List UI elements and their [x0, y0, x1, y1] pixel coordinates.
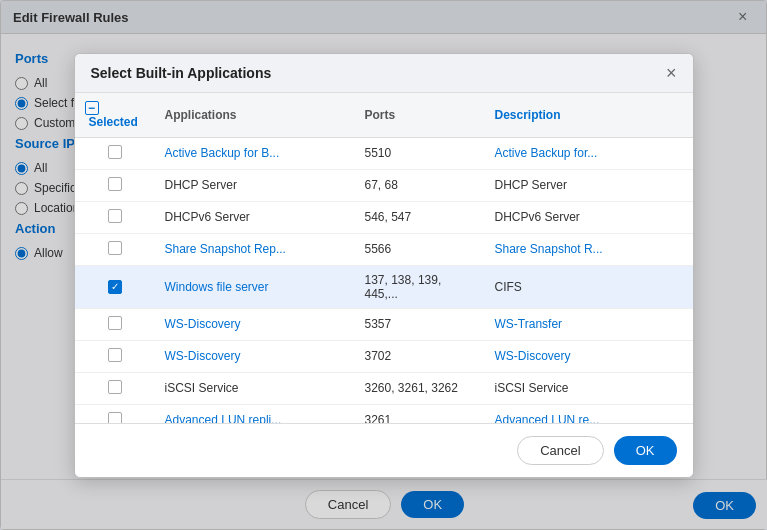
row-ports-0: 5510	[355, 137, 485, 169]
row-app-6: WS-Discovery	[155, 340, 355, 372]
table-row-checked: ✓ Windows file server 137, 138, 139, 445…	[75, 265, 693, 308]
row-check-4[interactable]: ✓	[75, 265, 155, 308]
checkbox-2[interactable]	[108, 209, 122, 223]
row-ports-8: 3261	[355, 404, 485, 423]
checkbox-6[interactable]	[108, 348, 122, 362]
row-app-2: DHCPv6 Server	[155, 201, 355, 233]
app-table: − Selected Applications Ports Descriptio…	[75, 93, 693, 423]
modal-ok-button[interactable]: OK	[614, 436, 677, 465]
col-header-ports: Ports	[355, 93, 485, 138]
modal-cancel-button[interactable]: Cancel	[517, 436, 603, 465]
checkbox-7[interactable]	[108, 380, 122, 394]
table-row: DHCP Server 67, 68 DHCP Server	[75, 169, 693, 201]
modal-title: Select Built-in Applications	[91, 65, 272, 81]
checkbox-0[interactable]	[108, 145, 122, 159]
row-ports-4: 137, 138, 139, 445,...	[355, 265, 485, 308]
row-desc-3: Share Snapshot R...	[485, 233, 693, 265]
row-check-5[interactable]	[75, 308, 155, 340]
row-ports-6: 3702	[355, 340, 485, 372]
row-check-3[interactable]	[75, 233, 155, 265]
checkbox-5[interactable]	[108, 316, 122, 330]
row-desc-2: DHCPv6 Server	[485, 201, 693, 233]
modal-titlebar: Select Built-in Applications ×	[75, 54, 693, 93]
row-ports-5: 5357	[355, 308, 485, 340]
table-header: − Selected Applications Ports Descriptio…	[75, 93, 693, 138]
row-desc-0: Active Backup for...	[485, 137, 693, 169]
row-app-5: WS-Discovery	[155, 308, 355, 340]
row-check-7[interactable]	[75, 372, 155, 404]
deselect-all-icon[interactable]: −	[85, 101, 99, 115]
row-ports-1: 67, 68	[355, 169, 485, 201]
col-header-selected: − Selected	[75, 93, 155, 138]
row-app-7: iSCSI Service	[155, 372, 355, 404]
table-row: Active Backup for B... 5510 Active Backu…	[75, 137, 693, 169]
row-desc-5: WS-Transfer	[485, 308, 693, 340]
row-check-1[interactable]	[75, 169, 155, 201]
row-desc-6: WS-Discovery	[485, 340, 693, 372]
modal-overlay: Select Built-in Applications × − Selecte…	[0, 0, 767, 530]
modal-close-icon[interactable]: ×	[666, 64, 677, 82]
col-header-description: Description	[485, 93, 693, 138]
row-check-0[interactable]	[75, 137, 155, 169]
row-app-0: Active Backup for B...	[155, 137, 355, 169]
row-app-3: Share Snapshot Rep...	[155, 233, 355, 265]
row-app-4: Windows file server	[155, 265, 355, 308]
checkbox-3[interactable]	[108, 241, 122, 255]
row-ports-2: 546, 547	[355, 201, 485, 233]
table-body: Active Backup for B... 5510 Active Backu…	[75, 137, 693, 423]
col-header-applications: Applications	[155, 93, 355, 138]
row-ports-7: 3260, 3261, 3262	[355, 372, 485, 404]
table-row: iSCSI Service 3260, 3261, 3262 iSCSI Ser…	[75, 372, 693, 404]
row-desc-7: iSCSI Service	[485, 372, 693, 404]
col-selected-label: Selected	[89, 115, 138, 129]
modal-dialog: Select Built-in Applications × − Selecte…	[74, 53, 694, 478]
row-ports-3: 5566	[355, 233, 485, 265]
checkbox-8[interactable]	[108, 412, 122, 423]
app-table-container: − Selected Applications Ports Descriptio…	[75, 93, 693, 423]
row-check-2[interactable]	[75, 201, 155, 233]
row-app-8: Advanced LUN repli...	[155, 404, 355, 423]
table-row: WS-Discovery 3702 WS-Discovery	[75, 340, 693, 372]
row-app-1: DHCP Server	[155, 169, 355, 201]
row-check-8[interactable]	[75, 404, 155, 423]
checkbox-1[interactable]	[108, 177, 122, 191]
modal-footer: Cancel OK	[75, 423, 693, 477]
table-scroll-area[interactable]: − Selected Applications Ports Descriptio…	[75, 93, 693, 423]
checkbox-4[interactable]: ✓	[108, 280, 122, 294]
row-desc-1: DHCP Server	[485, 169, 693, 201]
table-row: Share Snapshot Rep... 5566 Share Snapsho…	[75, 233, 693, 265]
table-row: Advanced LUN repli... 3261 Advanced LUN …	[75, 404, 693, 423]
row-check-6[interactable]	[75, 340, 155, 372]
row-desc-4: CIFS	[485, 265, 693, 308]
table-row: DHCPv6 Server 546, 547 DHCPv6 Server	[75, 201, 693, 233]
table-row: WS-Discovery 5357 WS-Transfer	[75, 308, 693, 340]
row-desc-8: Advanced LUN re...	[485, 404, 693, 423]
